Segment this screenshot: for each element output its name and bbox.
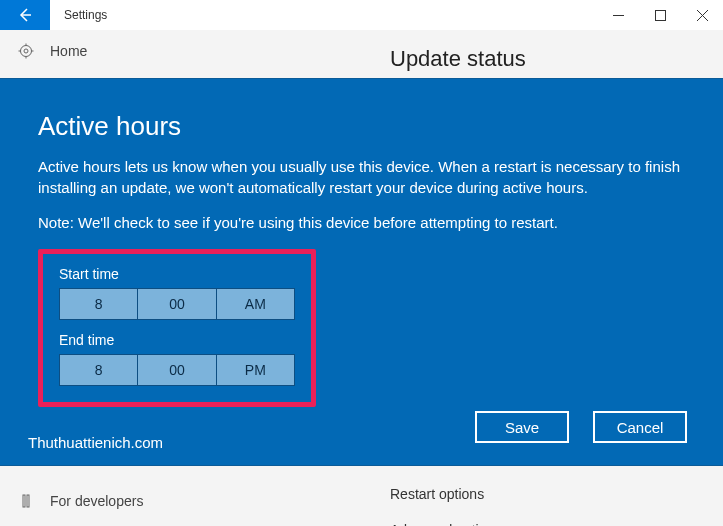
end-time-label: End time [59, 332, 295, 348]
page-heading: Update status [390, 46, 723, 72]
maximize-button[interactable] [639, 0, 681, 30]
svg-rect-12 [27, 495, 29, 507]
start-minute[interactable]: 00 [138, 289, 216, 319]
maximize-icon [655, 10, 666, 21]
cancel-button[interactable]: Cancel [593, 411, 687, 443]
end-hour[interactable]: 8 [60, 355, 138, 385]
title-bar: Settings [0, 0, 723, 30]
dialog-description: Active hours lets us know when you usual… [38, 156, 685, 198]
time-picker-group: Start time 8 00 AM End time 8 00 PM [38, 249, 316, 407]
sidebar-item-home[interactable]: Home [0, 30, 300, 72]
end-minute[interactable]: 00 [138, 355, 216, 385]
start-time-picker[interactable]: 8 00 AM [59, 288, 295, 320]
save-button[interactable]: Save [475, 411, 569, 443]
developer-icon [18, 493, 34, 509]
close-icon [697, 10, 708, 21]
dialog-note: Note: We'll check to see if you're using… [38, 214, 685, 231]
start-hour[interactable]: 8 [60, 289, 138, 319]
sidebar-item-label: Home [50, 43, 87, 59]
sidebar-item-label: For developers [50, 493, 143, 509]
start-period[interactable]: AM [217, 289, 294, 319]
svg-point-5 [21, 46, 32, 57]
dialog-title: Active hours [38, 111, 685, 142]
window-title: Settings [50, 0, 121, 30]
svg-rect-11 [23, 495, 25, 507]
start-time-label: Start time [59, 266, 295, 282]
end-time-picker[interactable]: 8 00 PM [59, 354, 295, 386]
back-button[interactable] [0, 0, 50, 30]
svg-rect-2 [655, 10, 665, 20]
minimize-button[interactable] [597, 0, 639, 30]
svg-point-6 [24, 49, 28, 53]
end-period[interactable]: PM [217, 355, 294, 385]
sidebar-item-developers[interactable]: For developers [0, 480, 300, 522]
end-block: End time 8 00 PM [59, 332, 295, 386]
dialog-buttons: Save Cancel [475, 411, 687, 443]
minimize-icon [613, 10, 624, 21]
arrow-left-icon [17, 7, 33, 23]
dialog-inner: Active hours Active hours lets us know w… [0, 79, 723, 427]
title-spacer [121, 0, 597, 30]
option-advanced[interactable]: Advanced options [390, 522, 723, 526]
gear-icon [18, 43, 34, 59]
option-restart[interactable]: Restart options [390, 486, 723, 502]
active-hours-dialog: Active hours Active hours lets us know w… [0, 78, 723, 466]
close-button[interactable] [681, 0, 723, 30]
watermark: Thuthuattienich.com [28, 434, 163, 451]
